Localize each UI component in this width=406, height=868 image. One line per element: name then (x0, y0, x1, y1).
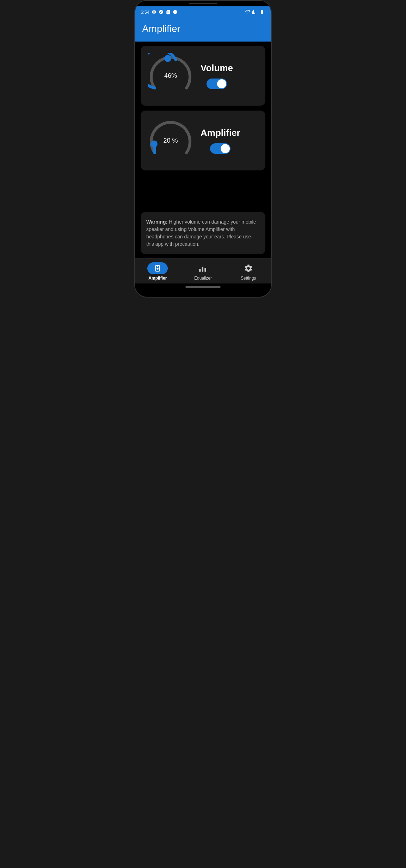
equalizer-nav-icon-wrapper (198, 262, 208, 274)
volume-label: Volume (201, 63, 233, 74)
app-header: Amplifier (135, 18, 271, 42)
volume-card-right: Volume (201, 63, 233, 89)
equalizer-nav-label: Equalizer (194, 276, 212, 281)
notch-bar (189, 3, 217, 4)
amplifier-label: Amplifier (201, 127, 240, 138)
accessibility-icon (159, 10, 164, 14)
amplifier-card: 20 % Amplifier (141, 111, 265, 170)
page-title: Amplifier (142, 23, 264, 35)
volume-knob-container[interactable]: 46% (148, 53, 193, 99)
svg-rect-5 (157, 266, 158, 267)
home-bar (185, 286, 221, 288)
svg-point-4 (157, 268, 159, 270)
svg-rect-7 (202, 267, 203, 272)
equalizer-nav-icon (198, 264, 208, 273)
bottom-nav: Amplifier Equalizer Settings (135, 258, 271, 283)
volume-toggle-knob (217, 79, 226, 88)
settings-nav-label: Settings (241, 276, 256, 281)
amplifier-percent: 20 % (163, 137, 178, 144)
sim-icon (166, 10, 171, 14)
battery-icon (258, 10, 265, 14)
status-bar: 6:54 (135, 6, 271, 18)
nav-item-settings[interactable]: Settings (226, 262, 271, 281)
top-notch (135, 1, 271, 6)
warning-bold: Warning: (146, 219, 167, 225)
status-right (244, 10, 265, 14)
time-display: 6:54 (141, 10, 149, 15)
volume-percent: 46% (164, 72, 177, 80)
amplifier-nav-label: Amplifier (148, 276, 167, 281)
volume-toggle[interactable] (207, 79, 227, 89)
svg-point-1 (164, 55, 171, 62)
circle-icon (173, 10, 178, 14)
warning-box: Warning: Higher volume can damage your m… (141, 212, 265, 254)
amplifier-card-right: Amplifier (201, 127, 240, 154)
warning-text: Warning: Higher volume can damage your m… (146, 218, 260, 248)
signal-icon (251, 10, 257, 14)
settings-nav-icon-wrapper (244, 262, 253, 274)
amplifier-knob-container[interactable]: 20 % (148, 118, 193, 163)
home-indicator (135, 283, 271, 291)
amplifier-toggle[interactable] (210, 143, 230, 154)
main-content: 46% Volume 20 % (135, 42, 271, 208)
svg-rect-6 (199, 269, 201, 272)
amplifier-nav-icon (154, 264, 161, 272)
svg-point-0 (173, 10, 177, 14)
volume-card: 46% Volume (141, 46, 265, 106)
svg-point-2 (150, 140, 158, 148)
nav-item-amplifier[interactable]: Amplifier (135, 262, 180, 281)
nav-item-equalizer[interactable]: Equalizer (180, 262, 226, 281)
amplifier-toggle-knob (221, 144, 230, 153)
svg-rect-8 (204, 268, 206, 272)
settings-nav-icon (244, 264, 253, 273)
phone-frame: 6:54 (134, 0, 272, 298)
status-left: 6:54 (141, 10, 178, 15)
content-spacer (141, 175, 265, 204)
settings-icon (152, 10, 156, 14)
amplifier-nav-pill (147, 262, 168, 274)
wifi-icon (244, 10, 250, 14)
